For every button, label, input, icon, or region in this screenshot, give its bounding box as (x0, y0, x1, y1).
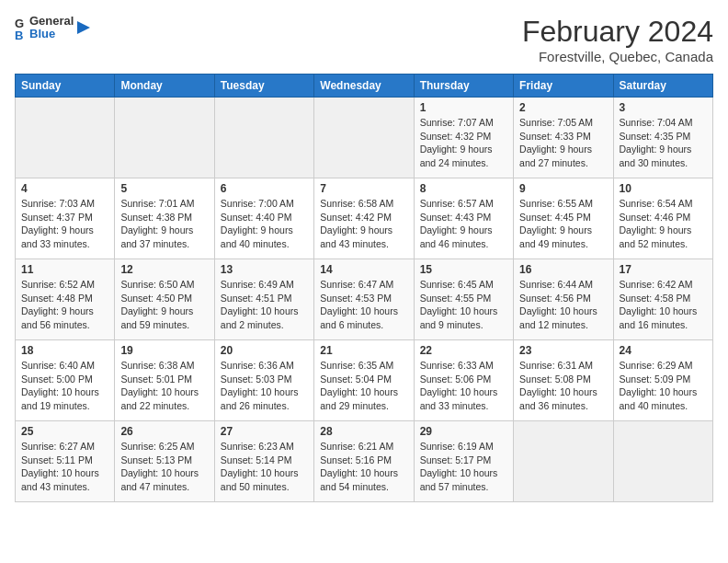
calendar-week-5: 25Sunrise: 6:27 AM Sunset: 5:11 PM Dayli… (16, 421, 713, 502)
logo-arrow-icon (75, 19, 92, 36)
day-number: 14 (320, 263, 407, 276)
day-number: 7 (320, 182, 407, 195)
weekday-header-friday: Friday (514, 75, 613, 98)
day-number: 15 (420, 263, 507, 276)
day-info: Sunrise: 6:21 AM Sunset: 5:16 PM Dayligh… (320, 440, 407, 494)
day-info: Sunrise: 6:57 AM Sunset: 4:43 PM Dayligh… (420, 197, 507, 251)
day-info: Sunrise: 7:01 AM Sunset: 4:38 PM Dayligh… (120, 197, 208, 251)
calendar-cell: 20Sunrise: 6:36 AM Sunset: 5:03 PM Dayli… (214, 340, 313, 421)
calendar-cell (514, 421, 613, 502)
logo-general-text: General (29, 15, 74, 28)
day-info: Sunrise: 6:44 AM Sunset: 4:56 PM Dayligh… (519, 278, 607, 332)
day-number: 26 (120, 425, 208, 438)
day-info: Sunrise: 6:40 AM Sunset: 5:00 PM Dayligh… (21, 359, 108, 413)
calendar-cell: 24Sunrise: 6:29 AM Sunset: 5:09 PM Dayli… (613, 340, 712, 421)
day-number: 12 (120, 263, 208, 276)
day-number: 3 (620, 101, 707, 114)
calendar-cell: 19Sunrise: 6:38 AM Sunset: 5:01 PM Dayli… (115, 340, 214, 421)
day-number: 20 (221, 344, 308, 357)
day-info: Sunrise: 6:25 AM Sunset: 5:13 PM Dayligh… (120, 440, 208, 494)
calendar-cell (214, 98, 313, 178)
day-number: 25 (21, 425, 108, 438)
calendar-cell: 13Sunrise: 6:49 AM Sunset: 4:51 PM Dayli… (214, 259, 313, 340)
month-year-title: February 2024 (522, 15, 713, 49)
calendar-cell: 21Sunrise: 6:35 AM Sunset: 5:04 PM Dayli… (314, 340, 414, 421)
calendar-week-2: 4Sunrise: 7:03 AM Sunset: 4:37 PM Daylig… (16, 178, 713, 259)
day-number: 6 (221, 182, 308, 195)
calendar-cell: 5Sunrise: 7:01 AM Sunset: 4:38 PM Daylig… (115, 178, 214, 259)
weekday-header-saturday: Saturday (613, 75, 712, 98)
day-number: 21 (320, 344, 407, 357)
title-block: February 2024 Forestville, Quebec, Canad… (522, 15, 713, 64)
calendar-cell: 14Sunrise: 6:47 AM Sunset: 4:53 PM Dayli… (314, 259, 414, 340)
day-number: 8 (420, 182, 507, 195)
calendar-week-4: 18Sunrise: 6:40 AM Sunset: 5:00 PM Dayli… (16, 340, 713, 421)
day-info: Sunrise: 6:31 AM Sunset: 5:08 PM Dayligh… (519, 359, 607, 413)
day-info: Sunrise: 6:47 AM Sunset: 4:53 PM Dayligh… (320, 278, 407, 332)
calendar-cell: 6Sunrise: 7:00 AM Sunset: 4:40 PM Daylig… (214, 178, 313, 259)
calendar-cell: 25Sunrise: 6:27 AM Sunset: 5:11 PM Dayli… (16, 421, 115, 502)
day-number: 1 (420, 101, 507, 114)
calendar-cell: 4Sunrise: 7:03 AM Sunset: 4:37 PM Daylig… (16, 178, 115, 259)
calendar-cell: 3Sunrise: 7:04 AM Sunset: 4:35 PM Daylig… (613, 98, 712, 178)
day-info: Sunrise: 7:07 AM Sunset: 4:32 PM Dayligh… (420, 116, 507, 170)
svg-text:B: B (15, 29, 23, 40)
day-info: Sunrise: 6:49 AM Sunset: 4:51 PM Dayligh… (221, 278, 308, 332)
calendar-cell: 18Sunrise: 6:40 AM Sunset: 5:00 PM Dayli… (16, 340, 115, 421)
day-info: Sunrise: 7:00 AM Sunset: 4:40 PM Dayligh… (221, 197, 308, 251)
day-number: 24 (620, 344, 707, 357)
day-info: Sunrise: 7:05 AM Sunset: 4:33 PM Dayligh… (519, 116, 607, 170)
calendar-cell: 29Sunrise: 6:19 AM Sunset: 5:17 PM Dayli… (414, 421, 513, 502)
day-info: Sunrise: 6:29 AM Sunset: 5:09 PM Dayligh… (620, 359, 707, 413)
day-number: 19 (120, 344, 208, 357)
calendar-cell: 9Sunrise: 6:55 AM Sunset: 4:45 PM Daylig… (514, 178, 613, 259)
calendar-cell: 16Sunrise: 6:44 AM Sunset: 4:56 PM Dayli… (514, 259, 613, 340)
calendar-cell: 22Sunrise: 6:33 AM Sunset: 5:06 PM Dayli… (414, 340, 513, 421)
day-number: 22 (420, 344, 507, 357)
day-number: 10 (620, 182, 707, 195)
calendar-cell (314, 98, 414, 178)
calendar-table: SundayMondayTuesdayWednesdayThursdayFrid… (15, 74, 713, 502)
day-number: 13 (221, 263, 308, 276)
calendar-cell: 2Sunrise: 7:05 AM Sunset: 4:33 PM Daylig… (514, 98, 613, 178)
day-number: 5 (120, 182, 208, 195)
day-info: Sunrise: 6:54 AM Sunset: 4:46 PM Dayligh… (620, 197, 707, 251)
day-info: Sunrise: 6:27 AM Sunset: 5:11 PM Dayligh… (21, 440, 108, 494)
calendar-cell: 12Sunrise: 6:50 AM Sunset: 4:50 PM Dayli… (115, 259, 214, 340)
day-info: Sunrise: 6:58 AM Sunset: 4:42 PM Dayligh… (320, 197, 407, 251)
weekday-header-wednesday: Wednesday (314, 75, 414, 98)
day-info: Sunrise: 6:19 AM Sunset: 5:17 PM Dayligh… (420, 440, 507, 494)
calendar-cell: 27Sunrise: 6:23 AM Sunset: 5:14 PM Dayli… (214, 421, 313, 502)
logo: G B General Blue (15, 15, 92, 41)
calendar-cell: 15Sunrise: 6:45 AM Sunset: 4:55 PM Dayli… (414, 259, 513, 340)
logo-g-icon: G B (15, 15, 28, 40)
calendar-cell: 26Sunrise: 6:25 AM Sunset: 5:13 PM Dayli… (115, 421, 214, 502)
day-number: 16 (519, 263, 607, 276)
weekday-header-tuesday: Tuesday (214, 75, 313, 98)
calendar-cell: 11Sunrise: 6:52 AM Sunset: 4:48 PM Dayli… (16, 259, 115, 340)
day-info: Sunrise: 6:35 AM Sunset: 5:04 PM Dayligh… (320, 359, 407, 413)
day-info: Sunrise: 6:36 AM Sunset: 5:03 PM Dayligh… (221, 359, 308, 413)
calendar-cell: 23Sunrise: 6:31 AM Sunset: 5:08 PM Dayli… (514, 340, 613, 421)
weekday-header-sunday: Sunday (16, 75, 115, 98)
calendar-cell: 7Sunrise: 6:58 AM Sunset: 4:42 PM Daylig… (314, 178, 414, 259)
day-number: 9 (519, 182, 607, 195)
calendar-cell: 10Sunrise: 6:54 AM Sunset: 4:46 PM Dayli… (613, 178, 712, 259)
day-info: Sunrise: 7:03 AM Sunset: 4:37 PM Dayligh… (21, 197, 108, 251)
calendar-cell (115, 98, 214, 178)
calendar-cell: 28Sunrise: 6:21 AM Sunset: 5:16 PM Dayli… (314, 421, 414, 502)
weekday-header-row: SundayMondayTuesdayWednesdayThursdayFrid… (16, 75, 713, 98)
calendar-cell (613, 421, 712, 502)
day-info: Sunrise: 6:52 AM Sunset: 4:48 PM Dayligh… (21, 278, 108, 332)
day-number: 29 (420, 425, 507, 438)
calendar-week-3: 11Sunrise: 6:52 AM Sunset: 4:48 PM Dayli… (16, 259, 713, 340)
day-number: 11 (21, 263, 108, 276)
location-subtitle: Forestville, Quebec, Canada (522, 49, 713, 64)
calendar-cell: 17Sunrise: 6:42 AM Sunset: 4:58 PM Dayli… (613, 259, 712, 340)
logo-blue-text: Blue (29, 28, 74, 40)
calendar-week-1: 1Sunrise: 7:07 AM Sunset: 4:32 PM Daylig… (16, 98, 713, 178)
day-number: 18 (21, 344, 108, 357)
weekday-header-thursday: Thursday (414, 75, 513, 98)
page-header: G B General Blue February 2024 Forestvil… (15, 15, 713, 64)
weekday-header-monday: Monday (115, 75, 214, 98)
